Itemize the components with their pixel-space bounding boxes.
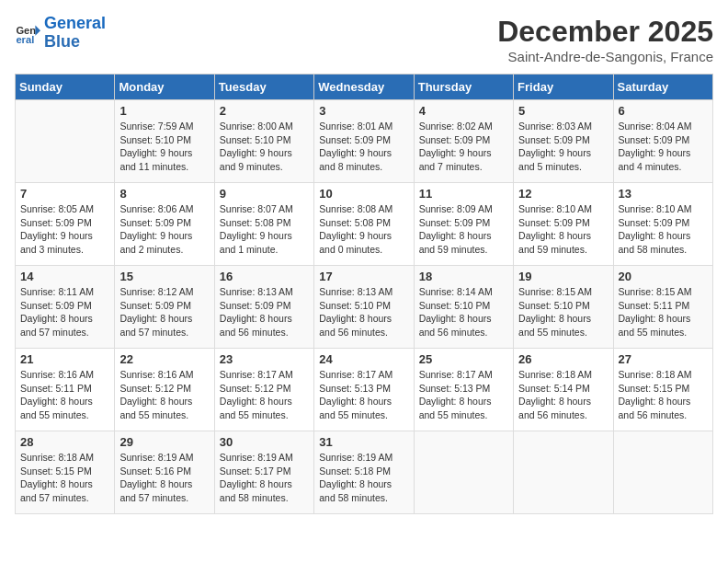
- calendar-cell: 1Sunrise: 7:59 AMSunset: 5:10 PMDaylight…: [115, 100, 214, 183]
- calendar-cell: [16, 100, 115, 183]
- day-number: 30: [220, 435, 309, 449]
- day-number: 24: [319, 352, 408, 366]
- day-info: Sunrise: 8:19 AMSunset: 5:16 PMDaylight:…: [119, 451, 209, 505]
- calendar-cell: 11Sunrise: 8:09 AMSunset: 5:09 PMDayligh…: [414, 183, 513, 266]
- day-number: 18: [419, 270, 508, 283]
- week-row-5: 28Sunrise: 8:18 AMSunset: 5:15 PMDayligh…: [16, 431, 713, 514]
- calendar-cell: 12Sunrise: 8:10 AMSunset: 5:09 PMDayligh…: [514, 183, 613, 266]
- calendar-cell: 22Sunrise: 8:16 AMSunset: 5:12 PMDayligh…: [115, 349, 214, 431]
- day-info: Sunrise: 8:16 AMSunset: 5:11 PMDaylight:…: [20, 368, 109, 422]
- day-number: 29: [119, 435, 209, 449]
- calendar-cell: 24Sunrise: 8:17 AMSunset: 5:13 PMDayligh…: [314, 349, 414, 431]
- calendar-cell: 30Sunrise: 8:19 AMSunset: 5:17 PMDayligh…: [214, 431, 313, 514]
- calendar-cell: 8Sunrise: 8:06 AMSunset: 5:09 PMDaylight…: [115, 183, 214, 266]
- day-info: Sunrise: 8:13 AMSunset: 5:10 PMDaylight:…: [319, 285, 408, 339]
- calendar-cell: 2Sunrise: 8:00 AMSunset: 5:10 PMDaylight…: [214, 100, 313, 183]
- day-info: Sunrise: 8:01 AMSunset: 5:09 PMDaylight:…: [319, 120, 408, 174]
- day-number: 14: [20, 270, 109, 283]
- day-info: Sunrise: 8:12 AMSunset: 5:09 PMDaylight:…: [119, 285, 209, 339]
- calendar-cell: 28Sunrise: 8:18 AMSunset: 5:15 PMDayligh…: [16, 431, 115, 514]
- day-number: 1: [119, 104, 209, 118]
- day-number: 10: [319, 187, 408, 201]
- calendar-cell: 23Sunrise: 8:17 AMSunset: 5:12 PMDayligh…: [214, 349, 313, 431]
- day-info: Sunrise: 8:14 AMSunset: 5:10 PMDaylight:…: [419, 285, 508, 339]
- week-row-4: 21Sunrise: 8:16 AMSunset: 5:11 PMDayligh…: [16, 349, 713, 431]
- day-number: 20: [619, 270, 708, 283]
- calendar-cell: 26Sunrise: 8:18 AMSunset: 5:14 PMDayligh…: [514, 349, 613, 431]
- calendar-cell: 4Sunrise: 8:02 AMSunset: 5:09 PMDaylight…: [414, 100, 513, 183]
- day-info: Sunrise: 8:16 AMSunset: 5:12 PMDaylight:…: [119, 368, 209, 422]
- title-block: December 2025 Saint-Andre-de-Sangonis, F…: [497, 15, 713, 64]
- day-info: Sunrise: 7:59 AMSunset: 5:10 PMDaylight:…: [119, 120, 209, 174]
- calendar-cell: 9Sunrise: 8:07 AMSunset: 5:08 PMDaylight…: [214, 183, 313, 266]
- day-number: 9: [220, 187, 309, 201]
- day-number: 31: [319, 435, 408, 449]
- day-info: Sunrise: 8:03 AMSunset: 5:09 PMDaylight:…: [518, 120, 608, 174]
- calendar-cell: 3Sunrise: 8:01 AMSunset: 5:09 PMDaylight…: [314, 100, 414, 183]
- logo-icon: Gen eral: [15, 20, 40, 46]
- day-info: Sunrise: 8:13 AMSunset: 5:09 PMDaylight:…: [220, 285, 309, 339]
- calendar-cell: 6Sunrise: 8:04 AMSunset: 5:09 PMDaylight…: [613, 100, 712, 183]
- day-number: 6: [619, 104, 708, 118]
- logo: Gen eral GeneralBlue: [15, 15, 106, 52]
- header-day-saturday: Saturday: [613, 75, 712, 100]
- day-info: Sunrise: 8:18 AMSunset: 5:14 PMDaylight:…: [518, 368, 608, 422]
- day-number: 16: [220, 270, 309, 283]
- calendar-cell: 29Sunrise: 8:19 AMSunset: 5:16 PMDayligh…: [115, 431, 214, 514]
- header-row: SundayMondayTuesdayWednesdayThursdayFrid…: [16, 75, 713, 100]
- header-day-friday: Friday: [514, 75, 613, 100]
- day-info: Sunrise: 8:09 AMSunset: 5:09 PMDaylight:…: [419, 202, 508, 257]
- page-header: Gen eral GeneralBlue December 2025 Saint…: [15, 15, 713, 64]
- day-number: 11: [419, 187, 508, 201]
- day-info: Sunrise: 8:05 AMSunset: 5:09 PMDaylight:…: [20, 202, 109, 257]
- week-row-3: 14Sunrise: 8:11 AMSunset: 5:09 PMDayligh…: [16, 266, 713, 349]
- day-info: Sunrise: 8:18 AMSunset: 5:15 PMDaylight:…: [619, 368, 708, 422]
- header-day-wednesday: Wednesday: [314, 75, 414, 100]
- day-info: Sunrise: 8:18 AMSunset: 5:15 PMDaylight:…: [20, 451, 109, 505]
- calendar-cell: 31Sunrise: 8:19 AMSunset: 5:18 PMDayligh…: [314, 431, 414, 514]
- calendar-cell: 15Sunrise: 8:12 AMSunset: 5:09 PMDayligh…: [115, 266, 214, 349]
- day-info: Sunrise: 8:10 AMSunset: 5:09 PMDaylight:…: [518, 202, 608, 257]
- day-info: Sunrise: 8:19 AMSunset: 5:17 PMDaylight:…: [220, 451, 309, 505]
- calendar-cell: 18Sunrise: 8:14 AMSunset: 5:10 PMDayligh…: [414, 266, 513, 349]
- day-number: 7: [20, 187, 109, 201]
- calendar-cell: 5Sunrise: 8:03 AMSunset: 5:09 PMDaylight…: [514, 100, 613, 183]
- day-info: Sunrise: 8:06 AMSunset: 5:09 PMDaylight:…: [119, 202, 209, 257]
- svg-text:eral: eral: [16, 34, 34, 45]
- day-info: Sunrise: 8:17 AMSunset: 5:13 PMDaylight:…: [419, 368, 508, 422]
- day-number: 3: [319, 104, 408, 118]
- calendar-cell: 16Sunrise: 8:13 AMSunset: 5:09 PMDayligh…: [214, 266, 313, 349]
- day-info: Sunrise: 8:19 AMSunset: 5:18 PMDaylight:…: [319, 451, 408, 505]
- calendar-cell: [613, 431, 712, 514]
- day-number: 15: [119, 270, 209, 283]
- day-info: Sunrise: 8:02 AMSunset: 5:09 PMDaylight:…: [419, 120, 508, 174]
- day-info: Sunrise: 8:11 AMSunset: 5:09 PMDaylight:…: [20, 285, 109, 339]
- day-number: 22: [119, 352, 209, 366]
- calendar-cell: 21Sunrise: 8:16 AMSunset: 5:11 PMDayligh…: [16, 349, 115, 431]
- header-day-sunday: Sunday: [16, 75, 115, 100]
- calendar-subtitle: Saint-Andre-de-Sangonis, France: [497, 49, 713, 64]
- day-info: Sunrise: 8:17 AMSunset: 5:12 PMDaylight:…: [220, 368, 309, 422]
- day-number: 28: [20, 435, 109, 449]
- day-info: Sunrise: 8:10 AMSunset: 5:09 PMDaylight:…: [619, 202, 708, 257]
- calendar-cell: 13Sunrise: 8:10 AMSunset: 5:09 PMDayligh…: [613, 183, 712, 266]
- week-row-2: 7Sunrise: 8:05 AMSunset: 5:09 PMDaylight…: [16, 183, 713, 266]
- day-number: 26: [518, 352, 608, 366]
- day-number: 23: [220, 352, 309, 366]
- day-info: Sunrise: 8:15 AMSunset: 5:11 PMDaylight:…: [619, 285, 708, 339]
- calendar-title: December 2025: [497, 15, 713, 49]
- calendar-cell: 25Sunrise: 8:17 AMSunset: 5:13 PMDayligh…: [414, 349, 513, 431]
- day-number: 4: [419, 104, 508, 118]
- day-number: 13: [619, 187, 708, 201]
- day-number: 2: [220, 104, 309, 118]
- calendar-cell: 20Sunrise: 8:15 AMSunset: 5:11 PMDayligh…: [613, 266, 712, 349]
- day-number: 21: [20, 352, 109, 366]
- day-number: 27: [619, 352, 708, 366]
- day-info: Sunrise: 8:15 AMSunset: 5:10 PMDaylight:…: [518, 285, 608, 339]
- day-info: Sunrise: 8:00 AMSunset: 5:10 PMDaylight:…: [220, 120, 309, 174]
- calendar-table: SundayMondayTuesdayWednesdayThursdayFrid…: [15, 74, 713, 514]
- header-day-monday: Monday: [115, 75, 214, 100]
- calendar-cell: 19Sunrise: 8:15 AMSunset: 5:10 PMDayligh…: [514, 266, 613, 349]
- svg-marker-2: [35, 25, 40, 35]
- day-info: Sunrise: 8:08 AMSunset: 5:08 PMDaylight:…: [319, 202, 408, 257]
